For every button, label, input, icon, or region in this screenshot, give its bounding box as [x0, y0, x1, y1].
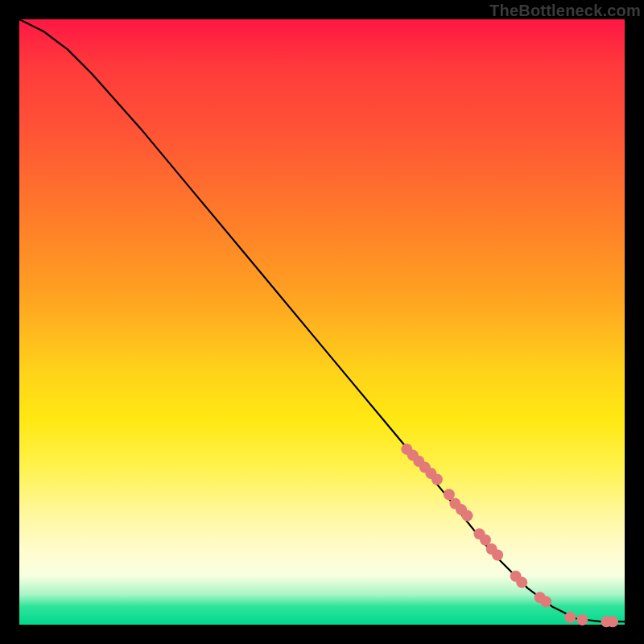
watermark-text: TheBottleneck.com — [489, 2, 641, 20]
highlight-dot — [492, 550, 503, 561]
highlight-dot — [576, 614, 588, 625]
highlight-dot — [462, 510, 473, 522]
chart-svg — [19, 19, 625, 625]
highlight-dot — [516, 576, 527, 588]
highlight-dot — [607, 616, 618, 627]
highlight-dot — [540, 596, 551, 607]
bottleneck-curve-line — [19, 19, 625, 621]
highlighted-range-dots — [401, 444, 618, 627]
highlight-dot — [564, 612, 576, 623]
chart-frame — [19, 19, 625, 625]
highlight-dot — [431, 474, 443, 485]
